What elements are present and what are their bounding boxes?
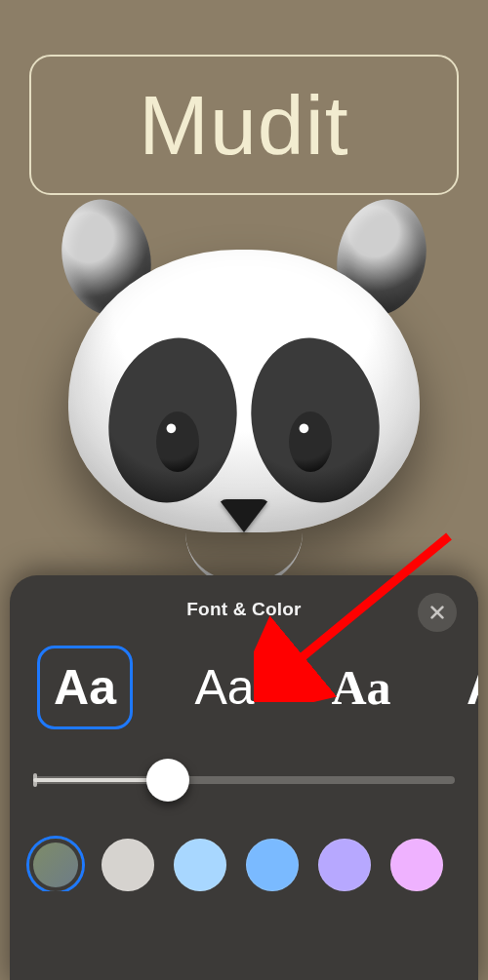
close-icon bbox=[428, 604, 446, 621]
font-option-4[interactable]: Aa bbox=[453, 648, 478, 726]
font-option-1[interactable]: Aa bbox=[37, 646, 133, 729]
contact-name-field[interactable]: Mudit bbox=[29, 55, 459, 195]
slider-thumb[interactable] bbox=[146, 759, 189, 802]
font-option-3[interactable]: Aa bbox=[316, 648, 406, 726]
panel-title: Font & Color bbox=[10, 575, 478, 620]
color-swatch-2[interactable] bbox=[102, 839, 154, 891]
color-swatch-6[interactable] bbox=[390, 839, 443, 891]
contact-avatar-panda[interactable] bbox=[68, 205, 420, 536]
close-button[interactable] bbox=[418, 593, 457, 632]
color-picker-row bbox=[10, 800, 478, 891]
font-picker-row: Aa Aa Aa Aa bbox=[10, 620, 478, 729]
font-option-2[interactable]: Aa bbox=[180, 648, 269, 726]
color-swatch-4[interactable] bbox=[246, 839, 299, 891]
color-swatch-1[interactable] bbox=[29, 839, 82, 891]
color-swatch-3[interactable] bbox=[174, 839, 226, 891]
color-swatch-5[interactable] bbox=[318, 839, 371, 891]
font-weight-slider[interactable] bbox=[33, 761, 455, 800]
contact-name-text: Mudit bbox=[139, 77, 348, 174]
font-color-panel: Font & Color Aa Aa Aa Aa bbox=[10, 575, 478, 980]
